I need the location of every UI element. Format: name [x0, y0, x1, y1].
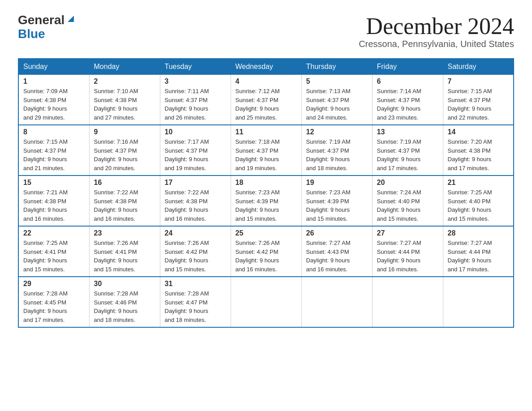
calendar-table: SundayMondayTuesdayWednesdayThursdayFrid… [18, 58, 514, 328]
calendar-day-cell: 10Sunrise: 7:17 AMSunset: 4:37 PMDayligh… [160, 125, 231, 176]
day-number: 10 [165, 128, 226, 136]
day-number: 2 [94, 77, 155, 86]
calendar-day-cell [443, 277, 514, 327]
calendar-day-cell: 14Sunrise: 7:20 AMSunset: 4:38 PMDayligh… [443, 125, 514, 176]
location-subtitle: Cressona, Pennsylvania, United States [359, 39, 514, 49]
calendar-header-row: SundayMondayTuesdayWednesdayThursdayFrid… [18, 59, 514, 75]
day-info: Sunrise: 7:25 AMSunset: 4:41 PMDaylight:… [23, 239, 85, 274]
day-info: Sunrise: 7:23 AMSunset: 4:39 PMDaylight:… [306, 188, 368, 223]
day-info: Sunrise: 7:17 AMSunset: 4:37 PMDaylight:… [165, 137, 226, 172]
calendar-day-cell: 27Sunrise: 7:27 AMSunset: 4:44 PMDayligh… [372, 226, 443, 277]
day-number: 23 [94, 229, 155, 237]
day-number: 19 [306, 179, 368, 187]
day-info: Sunrise: 7:12 AMSunset: 4:37 PMDaylight:… [236, 87, 297, 122]
svg-marker-0 [68, 16, 74, 22]
day-number: 31 [165, 280, 226, 288]
day-info: Sunrise: 7:09 AMSunset: 4:38 PMDaylight:… [23, 87, 85, 122]
calendar-day-cell: 5Sunrise: 7:13 AMSunset: 4:37 PMDaylight… [301, 75, 372, 125]
calendar-day-cell: 3Sunrise: 7:11 AMSunset: 4:37 PMDaylight… [160, 75, 231, 125]
day-number: 16 [94, 179, 155, 187]
calendar-day-cell: 17Sunrise: 7:22 AMSunset: 4:38 PMDayligh… [160, 176, 231, 226]
day-of-week-header: Tuesday [160, 59, 231, 75]
day-info: Sunrise: 7:28 AMSunset: 4:45 PMDaylight:… [23, 289, 85, 324]
day-number: 29 [23, 280, 85, 288]
day-info: Sunrise: 7:15 AMSunset: 4:37 PMDaylight:… [448, 87, 509, 122]
day-info: Sunrise: 7:19 AMSunset: 4:37 PMDaylight:… [377, 137, 438, 172]
day-number: 8 [23, 128, 85, 136]
calendar-day-cell: 1Sunrise: 7:09 AMSunset: 4:38 PMDaylight… [18, 75, 89, 125]
calendar-day-cell: 25Sunrise: 7:26 AMSunset: 4:42 PMDayligh… [231, 226, 301, 277]
day-number: 12 [306, 128, 368, 136]
calendar-week-row: 22Sunrise: 7:25 AMSunset: 4:41 PMDayligh… [18, 226, 514, 277]
day-info: Sunrise: 7:16 AMSunset: 4:37 PMDaylight:… [94, 137, 155, 172]
day-number: 1 [23, 77, 85, 86]
calendar-day-cell: 31Sunrise: 7:28 AMSunset: 4:47 PMDayligh… [160, 277, 231, 327]
day-number: 28 [448, 229, 509, 237]
day-info: Sunrise: 7:27 AMSunset: 4:44 PMDaylight:… [448, 239, 509, 274]
day-number: 9 [94, 128, 155, 136]
day-info: Sunrise: 7:15 AMSunset: 4:37 PMDaylight:… [23, 137, 85, 172]
calendar-day-cell: 21Sunrise: 7:25 AMSunset: 4:40 PMDayligh… [443, 176, 514, 226]
calendar-day-cell: 12Sunrise: 7:19 AMSunset: 4:37 PMDayligh… [301, 125, 372, 176]
calendar-day-cell: 13Sunrise: 7:19 AMSunset: 4:37 PMDayligh… [372, 125, 443, 176]
calendar-week-row: 29Sunrise: 7:28 AMSunset: 4:45 PMDayligh… [18, 277, 514, 327]
calendar-day-cell: 11Sunrise: 7:18 AMSunset: 4:37 PMDayligh… [231, 125, 301, 176]
day-info: Sunrise: 7:18 AMSunset: 4:37 PMDaylight:… [236, 137, 297, 172]
day-number: 11 [236, 128, 297, 136]
day-info: Sunrise: 7:26 AMSunset: 4:42 PMDaylight:… [165, 239, 226, 274]
calendar-day-cell [231, 277, 301, 327]
day-number: 7 [448, 77, 509, 86]
calendar-day-cell: 8Sunrise: 7:15 AMSunset: 4:37 PMDaylight… [18, 125, 89, 176]
calendar-day-cell: 16Sunrise: 7:22 AMSunset: 4:38 PMDayligh… [89, 176, 160, 226]
calendar-day-cell: 20Sunrise: 7:24 AMSunset: 4:40 PMDayligh… [372, 176, 443, 226]
calendar-day-cell: 28Sunrise: 7:27 AMSunset: 4:44 PMDayligh… [443, 226, 514, 277]
day-number: 13 [377, 128, 438, 136]
page-header: General Blue December 2024 Cressona, Pen… [18, 13, 514, 49]
day-of-week-header: Friday [372, 59, 443, 75]
day-info: Sunrise: 7:28 AMSunset: 4:46 PMDaylight:… [94, 289, 155, 324]
title-area: December 2024 Cressona, Pennsylvania, Un… [359, 13, 514, 49]
day-info: Sunrise: 7:27 AMSunset: 4:43 PMDaylight:… [306, 239, 368, 274]
day-number: 21 [448, 179, 509, 187]
logo: General Blue [18, 13, 76, 41]
calendar-day-cell: 7Sunrise: 7:15 AMSunset: 4:37 PMDaylight… [443, 75, 514, 125]
day-number: 14 [448, 128, 509, 136]
day-number: 26 [306, 229, 368, 237]
day-info: Sunrise: 7:20 AMSunset: 4:38 PMDaylight:… [448, 137, 509, 172]
calendar-week-row: 15Sunrise: 7:21 AMSunset: 4:38 PMDayligh… [18, 176, 514, 226]
day-number: 4 [236, 77, 297, 86]
day-info: Sunrise: 7:21 AMSunset: 4:38 PMDaylight:… [23, 188, 85, 223]
calendar-day-cell: 24Sunrise: 7:26 AMSunset: 4:42 PMDayligh… [160, 226, 231, 277]
day-number: 3 [165, 77, 226, 86]
day-number: 17 [165, 179, 226, 187]
day-of-week-header: Sunday [18, 59, 89, 75]
day-info: Sunrise: 7:26 AMSunset: 4:41 PMDaylight:… [94, 239, 155, 274]
day-info: Sunrise: 7:22 AMSunset: 4:38 PMDaylight:… [94, 188, 155, 223]
day-number: 25 [236, 229, 297, 237]
day-number: 20 [377, 179, 438, 187]
day-number: 18 [236, 179, 297, 187]
day-info: Sunrise: 7:14 AMSunset: 4:37 PMDaylight:… [377, 87, 438, 122]
day-info: Sunrise: 7:10 AMSunset: 4:38 PMDaylight:… [94, 87, 155, 122]
day-info: Sunrise: 7:24 AMSunset: 4:40 PMDaylight:… [377, 188, 438, 223]
calendar-day-cell: 29Sunrise: 7:28 AMSunset: 4:45 PMDayligh… [18, 277, 89, 327]
day-info: Sunrise: 7:28 AMSunset: 4:47 PMDaylight:… [165, 289, 226, 324]
day-info: Sunrise: 7:22 AMSunset: 4:38 PMDaylight:… [165, 188, 226, 223]
day-number: 15 [23, 179, 85, 187]
day-info: Sunrise: 7:27 AMSunset: 4:44 PMDaylight:… [377, 239, 438, 274]
day-number: 6 [377, 77, 438, 86]
calendar-week-row: 8Sunrise: 7:15 AMSunset: 4:37 PMDaylight… [18, 125, 514, 176]
calendar-day-cell: 2Sunrise: 7:10 AMSunset: 4:38 PMDaylight… [89, 75, 160, 125]
day-info: Sunrise: 7:25 AMSunset: 4:40 PMDaylight:… [448, 188, 509, 223]
day-info: Sunrise: 7:19 AMSunset: 4:37 PMDaylight:… [306, 137, 368, 172]
month-title: December 2024 [359, 13, 514, 39]
calendar-day-cell: 6Sunrise: 7:14 AMSunset: 4:37 PMDaylight… [372, 75, 443, 125]
day-number: 22 [23, 229, 85, 237]
day-of-week-header: Wednesday [231, 59, 301, 75]
day-info: Sunrise: 7:23 AMSunset: 4:39 PMDaylight:… [236, 188, 297, 223]
logo-triangle-icon [66, 14, 76, 24]
logo-blue-text: Blue [18, 27, 45, 41]
day-of-week-header: Saturday [443, 59, 514, 75]
day-number: 30 [94, 280, 155, 288]
calendar-day-cell: 22Sunrise: 7:25 AMSunset: 4:41 PMDayligh… [18, 226, 89, 277]
